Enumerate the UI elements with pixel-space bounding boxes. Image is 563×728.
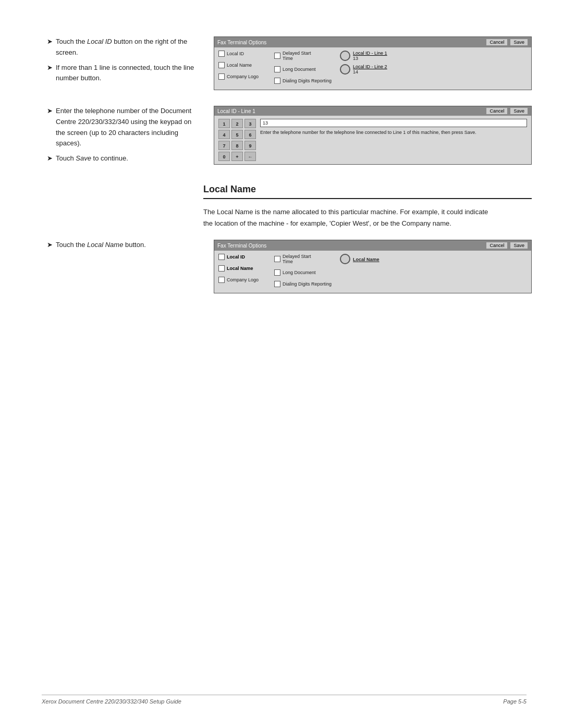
fax-col-3: Local ID - Line 1 13 Local ID - Line 2 1… [337, 51, 387, 87]
save-btn-1[interactable]: Save [510, 39, 528, 46]
section-local-id: ➤ Touch the Local ID button on the right… [47, 36, 532, 90]
checkbox-dialing-1[interactable] [274, 78, 280, 84]
section3-right: Fax Terminal Options Cancel Save [214, 240, 532, 293]
key-backspace[interactable]: ← [244, 152, 256, 161]
fax-options-layout: Local ID Local Name Company Logo [218, 51, 527, 87]
arrow-icon-2: ➤ [47, 63, 53, 73]
line2-label: Local ID - Line 2 [353, 64, 387, 69]
footer-right: Page 5-5 [503, 698, 527, 705]
key-7[interactable]: 7 [218, 141, 230, 150]
label-local-id-3: Local ID [227, 254, 245, 260]
screen-title-1: Fax Terminal Options [217, 40, 266, 45]
local-name-heading: Local Name [203, 184, 532, 199]
keypad-btns: Cancel Save [486, 107, 528, 115]
label-company-logo-1: Company Logo [227, 74, 259, 79]
key-0[interactable]: 0 [218, 152, 230, 161]
label-delayed-start-3: Delayed StartTime [283, 254, 311, 264]
checkbox-long-doc-3[interactable] [274, 269, 280, 276]
screen-body-1: Local ID Local Name Company Logo [214, 47, 531, 90]
key-9[interactable]: 9 [244, 141, 256, 150]
fax-col-3c: Local Name [337, 254, 380, 290]
fax-col-1: Local ID Local Name Company Logo [218, 51, 259, 87]
fax-col-3b: Delayed StartTime Long Document Dialing … [264, 254, 332, 290]
key-4[interactable]: 4 [218, 130, 230, 139]
highlighted-local-name-text: Local Name [353, 256, 380, 262]
section-telephone: ➤ Enter the telephone number of the Docu… [47, 106, 532, 168]
arrow-icon-3: ➤ [47, 106, 53, 117]
keypad-instruction: Enter the telephone number for the telep… [260, 129, 527, 136]
checkbox-dialing-3[interactable] [274, 281, 280, 287]
key-2[interactable]: 2 [231, 119, 243, 128]
key-plus[interactable]: + [231, 152, 243, 161]
option-local-id-3: Local ID [218, 254, 259, 260]
section1-right: Fax Terminal Options Cancel Save [214, 36, 532, 90]
bullet-3: ➤ Enter the telephone number of the Docu… [47, 106, 198, 149]
bullet-1-text: Touch the Local ID button on the right o… [56, 36, 198, 58]
highlighted-local-name-item: Local Name [340, 254, 380, 264]
line1-value: 13 [353, 56, 387, 61]
option-company-logo-1: Company Logo [218, 73, 259, 80]
screen-fax-terminal-options-3: Fax Terminal Options Cancel Save [214, 240, 532, 293]
keypad-save-btn[interactable]: Save [510, 107, 528, 115]
line2-value: 14 [353, 69, 387, 75]
line1-label: Local ID - Line 1 [353, 51, 387, 56]
checkbox-delayed-start-1[interactable] [274, 53, 280, 59]
screen-btns-1: Cancel Save [486, 39, 528, 46]
key-6[interactable]: 6 [244, 130, 256, 139]
line-id-1-text: Local ID - Line 1 13 [353, 51, 387, 61]
key-5[interactable]: 5 [231, 130, 243, 139]
arrow-icon-1: ➤ [47, 36, 53, 47]
cancel-btn-1[interactable]: Cancel [486, 39, 508, 46]
keypad-grid-container: 1 2 3 4 5 6 7 8 9 0 + ← [218, 119, 256, 161]
keypad-input[interactable]: 13 [260, 119, 527, 127]
checkbox-local-name-1[interactable] [218, 62, 225, 68]
line-id-2-item: Local ID - Line 2 14 [340, 64, 387, 75]
label-dialing-3: Dialing Digits Reporting [283, 281, 332, 287]
bullet-2: ➤ If more than 1 line is connected, touc… [47, 63, 198, 84]
checkbox-local-id-3[interactable] [218, 254, 225, 260]
label-company-logo-3: Company Logo [227, 277, 259, 282]
keypad-right: 13 Enter the telephone number for the te… [260, 119, 527, 161]
key-8[interactable]: 8 [231, 141, 243, 150]
checkbox-long-doc-1[interactable] [274, 66, 280, 72]
local-name-highlighted: Local Name [353, 257, 380, 262]
radio-line-2[interactable] [340, 64, 350, 75]
keypad-grid: 1 2 3 4 5 6 7 8 9 0 + ← [218, 119, 256, 161]
screen-body-3: Local ID Local Name Company Logo [214, 251, 531, 293]
page-wrapper: ➤ Touch the Local ID button on the right… [0, 0, 563, 728]
keypad-title: Local ID - Line 1 [217, 108, 255, 114]
option-long-doc-1: Long Document [274, 66, 332, 72]
bullet-1: ➤ Touch the Local ID button on the right… [47, 36, 198, 58]
line-id-2-text: Local ID - Line 2 14 [353, 64, 387, 75]
section1-left: ➤ Touch the Local ID button on the right… [47, 36, 198, 90]
screen-header-3: Fax Terminal Options Cancel Save [214, 240, 531, 251]
keypad-cancel-btn[interactable]: Cancel [486, 107, 508, 115]
cancel-btn-3[interactable]: Cancel [486, 242, 508, 249]
keypad-header: Local ID - Line 1 Cancel Save [214, 106, 531, 116]
screen-fax-terminal-options-1: Fax Terminal Options Cancel Save [214, 36, 532, 90]
bullet-4-text: Touch Save to continue. [56, 153, 128, 164]
checkbox-local-name-3[interactable] [218, 265, 225, 272]
line-id-1-item: Local ID - Line 1 13 [340, 51, 387, 61]
key-3[interactable]: 3 [244, 119, 256, 128]
option-company-logo-3: Company Logo [218, 277, 259, 283]
label-local-id-1: Local ID [227, 51, 244, 56]
key-1[interactable]: 1 [218, 119, 230, 128]
bullet-5: ➤ Touch the Local Name button. [47, 240, 198, 251]
section2-left: ➤ Enter the telephone number of the Docu… [47, 106, 198, 168]
fax-options-layout-3: Local ID Local Name Company Logo [218, 254, 527, 290]
local-name-description: The Local Name is the name allocated to … [203, 206, 495, 229]
section-local-name: ➤ Touch the Local Name button. Fax Termi… [47, 240, 532, 293]
label-long-doc-3: Long Document [283, 270, 316, 275]
checkbox-local-id-1[interactable] [218, 51, 225, 57]
radio-line-1[interactable] [340, 51, 350, 61]
checkbox-company-logo-1[interactable] [218, 73, 225, 80]
label-local-name-3: Local Name [227, 266, 253, 271]
screen-title-3: Fax Terminal Options [217, 243, 266, 249]
radio-local-name[interactable] [340, 254, 350, 264]
save-btn-3[interactable]: Save [510, 242, 528, 249]
footer: Xerox Document Centre 220/230/332/340 Se… [42, 695, 527, 705]
content-area: ➤ Touch the Local ID button on the right… [47, 31, 532, 293]
checkbox-company-logo-3[interactable] [218, 277, 225, 283]
checkbox-delayed-start-3[interactable] [274, 256, 280, 262]
